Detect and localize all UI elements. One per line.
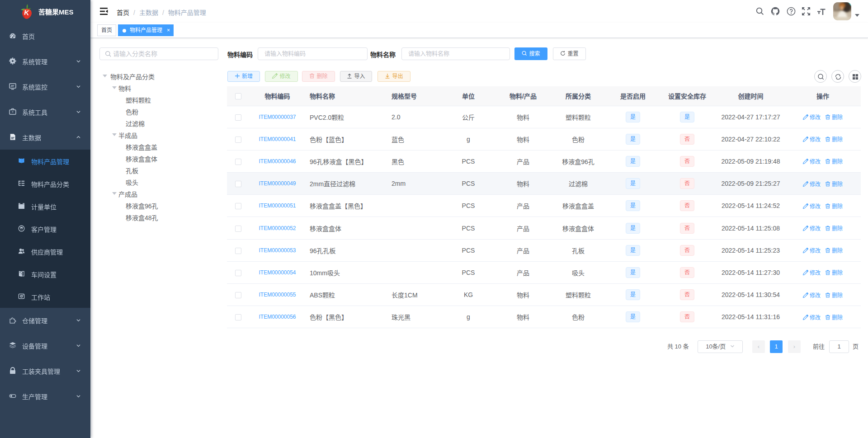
svg-text:2F: 2F <box>19 272 21 273</box>
